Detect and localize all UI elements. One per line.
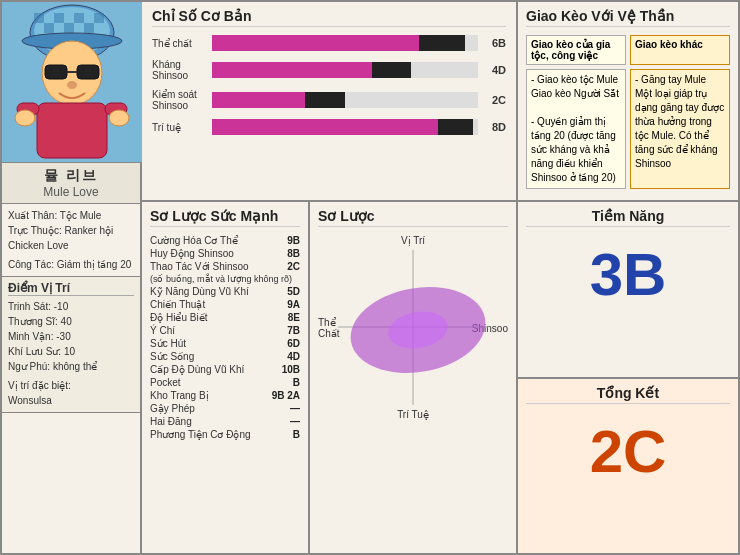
tong-ket-title: Tổng Kết xyxy=(526,385,730,404)
stat-bar-2 xyxy=(212,92,478,108)
affiliation-label: Trực Thuộc: Ranker hộiRanker hội Chicken… xyxy=(8,223,134,253)
skill-row-7: Sức Hút 6D xyxy=(150,338,300,349)
char-name-section: 뮬 리브 Mule Love xyxy=(2,162,140,204)
position-khi-luu-su: Khí Lưu Sư: 10 xyxy=(8,344,134,359)
chi-so-section: Chỉ Số Cơ Bản Thể chất 6B KhángShinsoo xyxy=(142,2,518,200)
skill-row-3: Kỹ Năng Dùng Vũ Khí 5D xyxy=(150,286,300,297)
bottom-row: Sơ Lược Sức Mạnh Cường Hóa Cơ Thể 9B Huy… xyxy=(142,202,738,553)
skill-row-8: Sức Sống 4D xyxy=(150,351,300,362)
skill-row-10: Pocket B xyxy=(150,377,300,388)
skill-row-4: Chiến Thuật 9A xyxy=(150,299,300,310)
skill-row-11: Kho Trang Bị 9B 2A xyxy=(150,390,300,401)
stat-row-the-chat: Thể chất 6B xyxy=(152,35,506,51)
skill-row-9: Cấp Độ Dùng Vũ Khí 10B xyxy=(150,364,300,375)
position-section: Điểm Vị Trí Trinh Sát: -10 Thương Sĩ: 40… xyxy=(2,277,140,413)
giao-keo-right-content: - Găng tay MuleMột loại giáp trụ dạng gă… xyxy=(630,69,730,189)
position-trinh-sat: Trinh Sát: -10 xyxy=(8,299,134,314)
stat-row-khang: KhángShinsoo 4D xyxy=(152,59,506,81)
stat-bar-black-0 xyxy=(419,35,464,51)
stat-row-kiem-soat: Kiểm soátShinsoo 2C xyxy=(152,89,506,111)
origin-label: Xuất Thân: Tộc Mule xyxy=(8,208,134,223)
so-luoc-manh-section: Sơ Lược Sức Mạnh Cường Hóa Cơ Thể 9B Huy… xyxy=(142,202,310,553)
giao-keo-col1-title: Giao kèo của gia tộc, công việc xyxy=(526,35,626,65)
giao-keo-col1-label: Giao kèo của gia tộc, công việc xyxy=(531,39,621,61)
giao-keo-section: Giao Kèo Với Vệ Thần Giao kèo của gia tộ… xyxy=(518,2,738,200)
stat-label-1: KhángShinsoo xyxy=(152,59,212,81)
tong-ket-value: 2C xyxy=(590,422,667,482)
stat-bar-black-2 xyxy=(305,92,345,108)
stat-value-1: 4D xyxy=(484,64,506,76)
giao-keo-col2-label: Giao kèo khác xyxy=(635,39,725,50)
skill-row-2b: (số buồng, mắt và lượng không rõ) xyxy=(150,274,300,284)
position-thuong-si: Thương Sĩ: 40 xyxy=(8,314,134,329)
svg-rect-11 xyxy=(45,65,67,79)
main-container: 뮬 리브 Mule Love Xuất Thân: Tộc Mule Trực … xyxy=(0,0,740,555)
job-label: Công Tác: Giám thị tầng 20 xyxy=(8,257,134,272)
char-name-english: Mule Love xyxy=(8,185,134,199)
svg-point-19 xyxy=(109,110,129,126)
top-row: Chỉ Số Cơ Bản Thể chất 6B KhángShinsoo xyxy=(142,2,738,202)
position-title: Điểm Vị Trí xyxy=(8,281,134,296)
position-ngu-phu: Ngư Phú: không thể xyxy=(8,359,134,374)
stat-label-2: Kiểm soátShinsoo xyxy=(152,89,212,111)
stat-bar-black-3 xyxy=(438,119,473,135)
position-minh-van: Minh Vận: -30 xyxy=(8,329,134,344)
svg-rect-6 xyxy=(44,23,54,33)
stat-bar-black-1 xyxy=(372,62,412,78)
skill-row-14: Phương Tiện Cơ Động B xyxy=(150,429,300,440)
so-luoc-chart-title: Sơ Lược xyxy=(318,208,508,227)
stat-bar-0 xyxy=(212,35,478,51)
svg-point-14 xyxy=(67,81,77,89)
stat-row-tri-tue: Trí tuệ 8D xyxy=(152,119,506,135)
right-area: Chỉ Số Cơ Bản Thể chất 6B KhángShinsoo xyxy=(142,2,738,553)
giao-keo-title: Giao Kèo Với Vệ Thần xyxy=(526,8,730,27)
stat-value-3: 8D xyxy=(484,121,506,133)
position-special: Vị trí đặc biệt:Wonsulsa xyxy=(8,378,134,408)
skill-row-1: Huy Động Shinsoo 8B xyxy=(150,248,300,259)
origin-value: Tộc Mule xyxy=(60,210,102,221)
svg-rect-3 xyxy=(54,13,64,23)
bottom-right: Tiềm Năng 3B Tổng Kết 2C xyxy=(518,202,738,553)
stat-label-3: Trí tuệ xyxy=(152,122,212,133)
stat-bar-pink-2 xyxy=(212,92,305,108)
skill-row-6: Ý Chí 7B xyxy=(150,325,300,336)
stat-bar-pink-1 xyxy=(212,62,372,78)
svg-rect-4 xyxy=(74,13,84,23)
char-name-korean: 뮬 리브 xyxy=(8,167,134,185)
stat-bar-pink-3 xyxy=(212,119,438,135)
tiem-nang-title: Tiềm Năng xyxy=(526,208,730,227)
skill-row-13: Hai Đăng — xyxy=(150,416,300,427)
stat-bar-3 xyxy=(212,119,478,135)
character-svg xyxy=(7,3,137,161)
so-luoc-chart-section: Sơ Lược Vị Trí ThểChất Shinsoo Trí Tuệ xyxy=(310,202,518,553)
character-image xyxy=(2,2,142,162)
svg-rect-7 xyxy=(64,23,74,33)
svg-rect-8 xyxy=(84,23,94,33)
skill-row-12: Gậy Phép — xyxy=(150,403,300,414)
stat-value-0: 6B xyxy=(484,37,506,49)
chi-so-title: Chỉ Số Cơ Bản xyxy=(152,8,506,27)
stat-bar-pink-0 xyxy=(212,35,419,51)
giao-keo-col2-title: Giao kèo khác xyxy=(630,35,730,65)
stat-value-2: 2C xyxy=(484,94,506,106)
tiem-nang-value: 3B xyxy=(590,245,667,305)
skill-row-2: Thao Tác Với Shinsoo 2C xyxy=(150,261,300,272)
svg-rect-5 xyxy=(94,13,104,23)
so-luoc-manh-title: Sơ Lược Sức Mạnh xyxy=(150,208,300,227)
tong-ket-section: Tổng Kết 2C xyxy=(518,379,738,554)
skill-row-5: Độ Hiểu Biết 8E xyxy=(150,312,300,323)
radar-chart-svg xyxy=(318,235,508,420)
char-info-section: Xuất Thân: Tộc Mule Trực Thuộc: Ranker h… xyxy=(2,204,140,277)
giao-keo-left-content: - Giao kèo tộc MuleGiao kèo Người Sắt- Q… xyxy=(526,69,626,189)
svg-rect-12 xyxy=(77,65,99,79)
stat-bar-1 xyxy=(212,62,478,78)
skill-row-0: Cường Hóa Cơ Thể 9B xyxy=(150,235,300,246)
left-panel: 뮬 리브 Mule Love Xuất Thân: Tộc Mule Trực … xyxy=(2,2,142,553)
svg-rect-15 xyxy=(37,103,107,158)
svg-rect-2 xyxy=(34,13,44,23)
svg-point-18 xyxy=(15,110,35,126)
tiem-nang-section: Tiềm Năng 3B xyxy=(518,202,738,379)
stat-label-0: Thể chất xyxy=(152,38,212,49)
